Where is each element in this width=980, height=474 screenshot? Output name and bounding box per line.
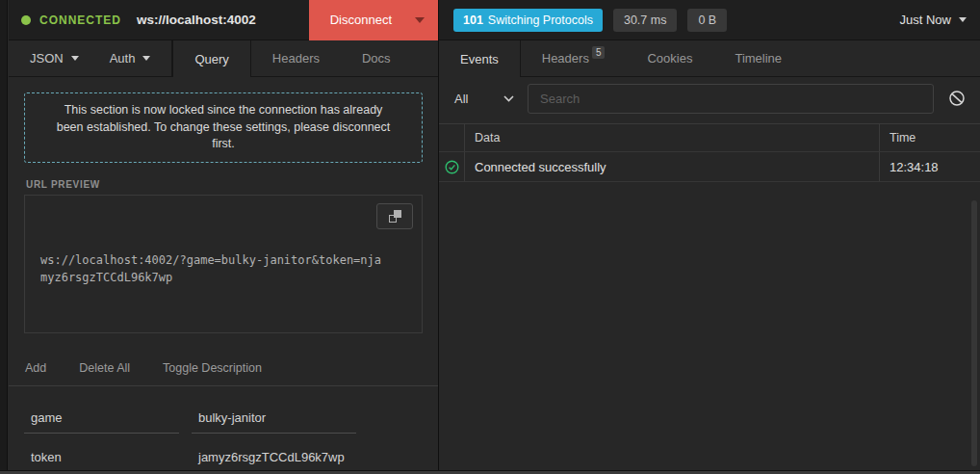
copy-url-button[interactable] <box>376 203 413 229</box>
query-tab-content: This section is now locked since the con… <box>9 77 438 474</box>
response-size-badge: 0 B <box>687 9 727 32</box>
events-filter-row: All <box>439 77 980 119</box>
events-tab-content: All <box>439 77 980 474</box>
chevron-down-icon <box>503 95 514 102</box>
event-time-cell: 12:34:18 <box>880 152 980 181</box>
response-status-code: 101 <box>463 13 483 27</box>
data-column-header: Data <box>465 124 880 151</box>
events-table: Data Time Connected successfully 12:34:1… <box>439 123 980 182</box>
connection-status-label: CONNECTED <box>39 13 121 27</box>
param-name-field[interactable]: game <box>24 408 179 434</box>
time-column-header: Time <box>880 124 980 151</box>
param-value-field[interactable]: jamyz6rsgzTCCdL96k7wp <box>192 447 356 473</box>
tab-headers-label: Headers <box>272 51 320 66</box>
response-history-dropdown[interactable]: Just Now <box>900 13 967 27</box>
event-row[interactable]: Connected successfully 12:34:18 <box>439 152 980 182</box>
caret-down-icon <box>415 17 425 23</box>
tab-docs-label: Docs <box>362 51 391 66</box>
auth-dropdown-label: Auth <box>110 51 136 66</box>
url-preview-heading: URL PREVIEW <box>26 179 438 190</box>
tab-events-label: Events <box>460 52 499 66</box>
body-auth-dropdown-group: JSON Auth <box>9 40 172 76</box>
response-history-label: Just Now <box>900 13 951 27</box>
bottom-pane-divider[interactable] <box>0 470 980 474</box>
disconnect-button[interactable]: Disconnect <box>309 0 438 40</box>
websocket-client-window: CONNECTED ws://localhost:4002 Disconnect… <box>0 0 980 474</box>
body-type-dropdown[interactable]: JSON <box>14 40 94 76</box>
event-type-select[interactable]: All <box>454 92 518 106</box>
tab-docs[interactable]: Docs <box>341 40 412 76</box>
body-type-dropdown-label: JSON <box>30 51 64 66</box>
left-edge-rail <box>0 0 8 474</box>
toggle-description-button[interactable]: Toggle Description <box>163 361 262 375</box>
response-status-badge: 101 Switching Protocols <box>453 9 603 32</box>
param-actions-row: Add Delete All Toggle Description <box>9 351 438 386</box>
request-tabbar: JSON Auth Query Headers Docs <box>9 40 438 77</box>
connection-bar: CONNECTED ws://localhost:4002 Disconnect <box>9 0 438 40</box>
copy-icon <box>389 210 401 223</box>
tab-cookies-label: Cookies <box>647 51 692 66</box>
tab-events[interactable]: Events <box>439 40 521 77</box>
response-status-bar: 101 Switching Protocols 30.7 ms 0 B Just… <box>439 0 980 40</box>
connected-status-dot-icon <box>21 15 31 25</box>
check-circle-icon <box>445 160 459 174</box>
status-column-header <box>439 124 465 151</box>
caret-down-icon <box>71 56 79 61</box>
tab-cookies[interactable]: Cookies <box>626 40 713 76</box>
param-name-field[interactable]: token <box>24 447 179 473</box>
delete-all-params-button[interactable]: Delete All <box>79 361 130 375</box>
locked-section-notice: This section is now locked since the con… <box>24 92 423 163</box>
add-param-button[interactable]: Add <box>25 361 46 375</box>
disconnect-button-label: Disconnect <box>309 13 409 27</box>
response-status-text: Switching Protocols <box>488 13 593 27</box>
request-pane: CONNECTED ws://localhost:4002 Disconnect… <box>9 0 438 474</box>
event-status-cell <box>439 152 465 181</box>
connection-url: ws://localhost:4002 <box>137 13 256 27</box>
caret-down-icon <box>142 56 150 61</box>
auth-dropdown[interactable]: Auth <box>94 40 167 76</box>
param-row: game bulky-janitor <box>24 408 438 434</box>
headers-count-badge: 5 <box>592 46 606 59</box>
clear-events-button[interactable] <box>948 90 966 107</box>
events-table-header: Data Time <box>439 124 980 152</box>
search-input[interactable] <box>528 84 934 114</box>
response-pane: 101 Switching Protocols 30.7 ms 0 B Just… <box>438 0 980 474</box>
event-data-cell: Connected successfully <box>465 152 880 181</box>
response-time-badge: 30.7 ms <box>613 9 677 32</box>
tab-query-label: Query <box>194 52 228 66</box>
caret-down-icon <box>959 17 967 22</box>
param-row: token jamyz6rsgzTCCdL96k7wp <box>24 447 438 473</box>
disconnect-dropdown-toggle[interactable] <box>409 17 438 23</box>
url-preview-box: ws://localhost:4002/?game=bulky-janitor&… <box>24 195 423 333</box>
tab-response-headers-label: Headers <box>542 51 589 66</box>
url-preview-text: ws://localhost:4002/?game=bulky-janitor&… <box>40 251 381 287</box>
tab-headers[interactable]: Headers <box>251 40 341 76</box>
prohibit-icon <box>948 90 966 107</box>
events-scrollbar[interactable] <box>971 200 977 466</box>
param-value-field[interactable]: bulky-janitor <box>192 408 356 434</box>
tab-timeline[interactable]: Timeline <box>713 40 803 76</box>
tab-query[interactable]: Query <box>172 40 250 77</box>
query-params-list: game bulky-janitor token jamyz6rsgzTCCdL… <box>9 386 438 473</box>
tab-response-headers[interactable]: Headers 5 <box>521 40 627 76</box>
response-tabbar: Events Headers 5 Cookies Timeline <box>439 40 980 77</box>
event-type-select-value: All <box>454 92 468 106</box>
tab-timeline-label: Timeline <box>735 51 782 66</box>
